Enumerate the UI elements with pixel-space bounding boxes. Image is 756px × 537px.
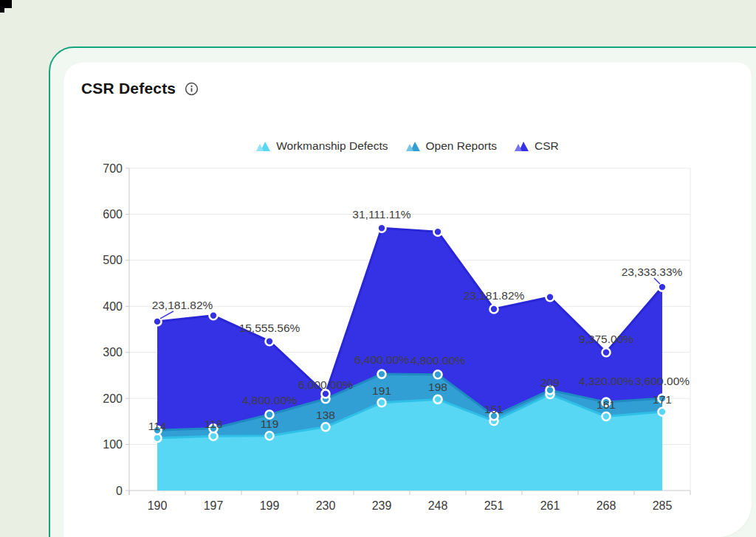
x-axis-label: 251 (484, 499, 504, 512)
csr-data-label: 9,375.00% (579, 333, 633, 345)
workmanship-defects-point-268[interactable] (602, 412, 611, 420)
workmanship-defects-data-label: 114 (148, 420, 167, 432)
csr-point-248[interactable] (434, 228, 442, 236)
x-axis-label: 268 (597, 499, 616, 512)
csr-data-label: 23,333.33% (622, 266, 683, 278)
workmanship-defects-data-label: 118 (205, 418, 223, 430)
y-axis-label: 500 (103, 254, 123, 266)
open-reports-data-label: 4,320.00% (579, 375, 633, 387)
workmanship-defects-data-label: 209 (540, 376, 560, 389)
workmanship-defects-data-label: 191 (372, 384, 391, 397)
open-reports-data-label: 4,800.00% (410, 354, 465, 367)
x-axis-label: 190 (148, 499, 168, 512)
workmanship-defects-data-label: 198 (428, 381, 447, 393)
csr-point-251[interactable] (490, 305, 498, 313)
open-reports-data-label: 6,000.00% (298, 378, 353, 391)
workmanship-defects-point-199[interactable] (266, 432, 274, 440)
x-axis-label: 248 (428, 499, 448, 512)
y-axis-label: 100 (103, 438, 123, 451)
workmanship-defects-data-label: 171 (653, 393, 672, 406)
csr-point-197[interactable] (210, 311, 218, 319)
y-axis-label: 400 (103, 300, 123, 313)
x-axis-label: 197 (204, 499, 224, 512)
csr-data-label: 15,555.56% (239, 322, 300, 334)
csr-defects-chart: 1141181191381911981512091611714,800.00%6… (0, 0, 756, 537)
workmanship-defects-data-label: 161 (597, 398, 616, 411)
workmanship-defects-point-285[interactable] (659, 408, 667, 416)
y-axis-label: 0 (116, 485, 123, 497)
workmanship-defects-data-label: 151 (484, 403, 504, 415)
workmanship-defects-data-label: 138 (316, 409, 335, 421)
open-reports-data-label: 3,600.00% (635, 375, 690, 387)
csr-point-190[interactable] (154, 317, 162, 325)
csr-data-label: 23,181.82% (464, 289, 525, 302)
workmanship-defects-point-239[interactable] (378, 398, 386, 406)
open-reports-point-239[interactable] (378, 370, 386, 378)
y-axis-label: 300 (103, 346, 123, 358)
y-axis-label: 700 (103, 162, 123, 175)
page: { "card": { "title": "CSR Defects" }, "i… (0, 0, 756, 537)
workmanship-defects-point-230[interactable] (322, 423, 330, 431)
open-reports-data-label: 6,400.00% (354, 353, 409, 366)
y-axis-label: 600 (103, 208, 123, 221)
x-axis-label: 230 (316, 499, 336, 512)
csr-point-268[interactable] (602, 348, 611, 356)
workmanship-defects-data-label: 119 (261, 418, 279, 430)
workmanship-defects-point-248[interactable] (434, 395, 442, 403)
x-axis-label: 285 (653, 499, 673, 512)
y-axis-label: 200 (103, 392, 123, 405)
csr-point-230[interactable] (322, 389, 330, 398)
x-axis-label: 239 (372, 499, 392, 512)
open-reports-data-label: 4,800.00% (242, 394, 297, 406)
csr-label-connector (160, 311, 173, 319)
open-reports-point-248[interactable] (434, 370, 442, 378)
x-axis-label: 261 (540, 499, 560, 512)
x-axis-label: 199 (260, 499, 280, 512)
csr-label-connector (654, 278, 660, 284)
csr-point-239[interactable] (378, 224, 386, 232)
csr-point-199[interactable] (266, 337, 274, 345)
csr-point-261[interactable] (546, 293, 554, 301)
csr-data-label: 23,181.82% (152, 299, 213, 311)
csr-data-label: 31,111.11% (352, 208, 411, 221)
